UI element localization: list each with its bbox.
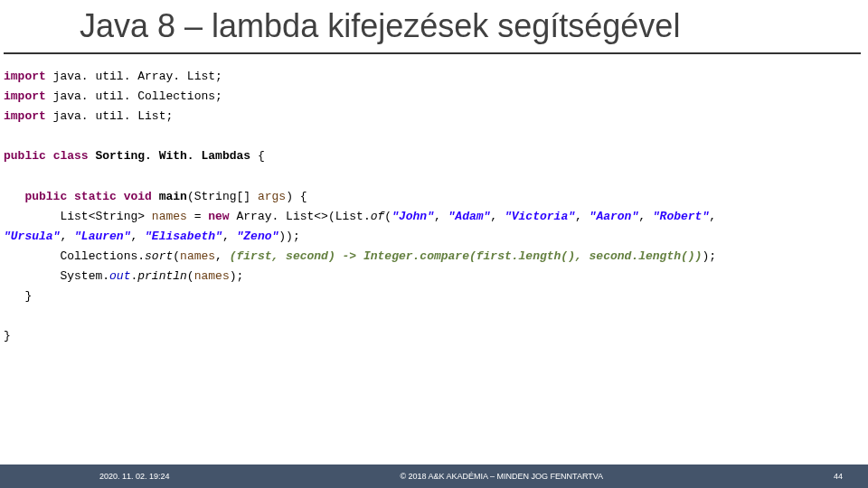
close: ); bbox=[230, 269, 244, 283]
import-2: java. util. Collections; bbox=[46, 89, 222, 103]
method-name: main bbox=[159, 190, 187, 203]
comma: , bbox=[638, 210, 653, 223]
comma: , bbox=[490, 210, 505, 223]
type-list: List<String> bbox=[60, 210, 151, 223]
eq: = bbox=[187, 210, 208, 223]
sig: ) { bbox=[286, 190, 307, 203]
kw-static: static bbox=[74, 190, 117, 203]
paren: ( bbox=[187, 269, 194, 283]
kw-new: new bbox=[208, 210, 229, 223]
footer-timestamp: 2020. 11. 02. 19:24 bbox=[0, 472, 170, 481]
footer-page-number: 44 bbox=[834, 472, 868, 481]
kw-void: void bbox=[124, 190, 152, 203]
type-collections: Collections. bbox=[60, 249, 145, 263]
brace-open: { bbox=[258, 149, 265, 163]
call-sort: sort bbox=[145, 249, 173, 263]
paren: ( bbox=[173, 249, 180, 263]
code-block: import java. util. Array. List; import j… bbox=[4, 67, 864, 346]
var-names: names bbox=[180, 249, 215, 263]
footer-copyright: © 2018 A&K AKADÉMIA – MINDEN JOG FENNTAR… bbox=[170, 472, 834, 481]
comma: , bbox=[60, 230, 74, 243]
import-1: java. util. Array. List; bbox=[46, 70, 222, 83]
kw-class: class bbox=[53, 149, 89, 163]
lit: "Lauren" bbox=[74, 230, 130, 243]
footer-bar: 2020. 11. 02. 19:24 © 2018 A&K AKADÉMIA … bbox=[0, 465, 868, 488]
lit: "Robert" bbox=[653, 210, 709, 223]
field-out: out bbox=[109, 269, 130, 283]
title-rule bbox=[4, 52, 861, 54]
lit: "Elisabeth" bbox=[145, 230, 222, 243]
kw-public: public bbox=[4, 149, 46, 163]
lit: "Adam" bbox=[448, 210, 491, 223]
call-of: of bbox=[371, 210, 385, 223]
call-println: println bbox=[137, 269, 187, 283]
var-names: names bbox=[194, 269, 230, 283]
ctor: Array. List<>(List. bbox=[230, 210, 371, 223]
lambda-expr: (first, second) -> Integer.compare(first… bbox=[230, 249, 703, 263]
kw-import: import bbox=[4, 109, 46, 123]
var-names: names bbox=[152, 210, 187, 223]
brace-close: } bbox=[4, 329, 11, 343]
comma: , bbox=[130, 230, 145, 243]
comma: , bbox=[434, 210, 448, 223]
comma: , bbox=[215, 249, 230, 263]
brace-close: } bbox=[24, 289, 32, 303]
import-3: java. util. List; bbox=[46, 109, 173, 123]
slide-title: Java 8 – lambda kifejezések segítségével bbox=[80, 7, 680, 45]
lit: "John" bbox=[392, 210, 434, 223]
close: ); bbox=[702, 249, 716, 263]
lit: "Ursula" bbox=[4, 230, 60, 243]
lit: "Zeno" bbox=[237, 230, 279, 243]
paren: ( bbox=[384, 210, 392, 223]
lit: "Victoria" bbox=[505, 210, 575, 223]
type-system: System. bbox=[60, 269, 109, 283]
comma: , bbox=[222, 230, 237, 243]
class-name: Sorting. With. Lambdas bbox=[95, 149, 257, 163]
comma: , bbox=[575, 210, 590, 223]
sig: (String[] bbox=[187, 190, 258, 203]
close: )); bbox=[278, 230, 299, 243]
comma: , bbox=[709, 210, 723, 223]
lit: "Aaron" bbox=[590, 210, 639, 223]
kw-import: import bbox=[4, 89, 46, 103]
kw-public: public bbox=[24, 190, 67, 203]
arg: args bbox=[258, 190, 286, 203]
kw-import: import bbox=[4, 70, 46, 83]
